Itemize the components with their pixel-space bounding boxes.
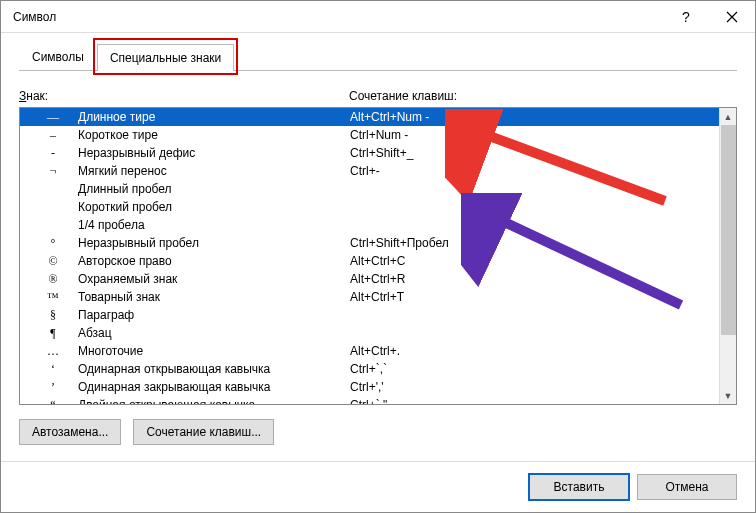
scroll-down-button[interactable]: ▼ <box>720 387 736 404</box>
symbol-glyph: ™ <box>28 288 78 306</box>
titlebar: Символ ? <box>1 1 755 33</box>
symbol-name: Двойная открывающая кавычка <box>78 396 350 404</box>
list-item[interactable]: 1/4 пробела <box>20 216 719 234</box>
symbol-glyph: ¬ <box>28 162 78 180</box>
list-item[interactable]: ™Товарный знакAlt+Ctrl+T <box>20 288 719 306</box>
symbol-glyph: © <box>28 252 78 270</box>
list-item[interactable]: -Неразрывный дефисCtrl+Shift+_ <box>20 144 719 162</box>
autocorrect-button[interactable]: Автозамена... <box>19 419 121 445</box>
symbol-shortcut: Ctrl+`," <box>350 396 387 404</box>
symbol-name: Одинарная открывающая кавычка <box>78 360 350 378</box>
list-item[interactable]: §Параграф <box>20 306 719 324</box>
symbol-shortcut: Ctrl+Num - <box>350 126 408 144</box>
help-button[interactable]: ? <box>663 1 709 33</box>
list-item[interactable]: ¶Абзац <box>20 324 719 342</box>
symbol-name: Параграф <box>78 306 350 324</box>
dialog-footer: Вставить Отмена <box>1 461 755 512</box>
tabstrip: Символы Специальные знаки <box>19 43 737 71</box>
symbol-name: Товарный знак <box>78 288 350 306</box>
scrollbar[interactable]: ▲ ▼ <box>719 108 736 404</box>
dialog-body: Символы Специальные знаки Знак: Сочетани… <box>1 33 755 461</box>
symbol-dialog: Символ ? Символы Специальные знаки Знак:… <box>0 0 756 513</box>
symbol-name: Абзац <box>78 324 350 342</box>
character-list: —Длинное тиреAlt+Ctrl+Num -–Короткое тир… <box>19 107 737 405</box>
symbol-shortcut: Ctrl+Shift+Пробел <box>350 234 449 252</box>
symbol-glyph: … <box>28 342 78 360</box>
symbol-shortcut: Alt+Ctrl+T <box>350 288 404 306</box>
symbol-name: Неразрывный пробел <box>78 234 350 252</box>
symbol-name: Длинное тире <box>78 108 350 126</box>
button-row: Автозамена... Сочетание клавиш... <box>19 419 737 445</box>
tab-symbols-label: Символы <box>32 50 84 64</box>
symbol-glyph: ® <box>28 270 78 288</box>
list-item[interactable]: ©Авторское правоAlt+Ctrl+C <box>20 252 719 270</box>
list-item[interactable]: –Короткое тиреCtrl+Num - <box>20 126 719 144</box>
symbol-shortcut: Ctrl+`,` <box>350 360 387 378</box>
symbol-name: Короткий пробел <box>78 198 350 216</box>
symbol-name: 1/4 пробела <box>78 216 350 234</box>
symbol-glyph: – <box>28 126 78 144</box>
list-viewport[interactable]: —Длинное тиреAlt+Ctrl+Num -–Короткое тир… <box>20 108 719 404</box>
symbol-glyph: ’ <box>28 378 78 396</box>
list-item[interactable]: ®Охраняемый знакAlt+Ctrl+R <box>20 270 719 288</box>
scroll-up-button[interactable]: ▲ <box>720 108 736 125</box>
cancel-button[interactable]: Отмена <box>637 474 737 500</box>
list-item[interactable]: °Неразрывный пробелCtrl+Shift+Пробел <box>20 234 719 252</box>
symbol-name: Мягкий перенос <box>78 162 350 180</box>
symbol-glyph: ¶ <box>28 324 78 342</box>
symbol-shortcut: Alt+Ctrl+C <box>350 252 405 270</box>
list-item[interactable]: ¬Мягкий переносCtrl+- <box>20 162 719 180</box>
symbol-name: Охраняемый знак <box>78 270 350 288</box>
list-item[interactable]: “Двойная открывающая кавычкаCtrl+`," <box>20 396 719 404</box>
tab-special-characters[interactable]: Специальные знаки <box>97 44 234 71</box>
symbol-shortcut: Alt+Ctrl+R <box>350 270 405 288</box>
symbol-glyph: ‘ <box>28 360 78 378</box>
symbol-name: Неразрывный дефис <box>78 144 350 162</box>
symbol-shortcut: Alt+Ctrl+Num - <box>350 108 429 126</box>
scroll-thumb[interactable] <box>721 125 736 335</box>
symbol-name: Короткое тире <box>78 126 350 144</box>
tab-symbols[interactable]: Символы <box>19 43 97 70</box>
list-item[interactable]: ‘Одинарная открывающая кавычкаCtrl+`,` <box>20 360 719 378</box>
list-item[interactable]: —Длинное тиреAlt+Ctrl+Num - <box>20 108 719 126</box>
list-item[interactable]: …МноготочиеAlt+Ctrl+. <box>20 342 719 360</box>
symbol-name: Длинный пробел <box>78 180 350 198</box>
shortcut-key-button[interactable]: Сочетание клавиш... <box>133 419 274 445</box>
list-item[interactable]: ’Одинарная закрывающая кавычкаCtrl+',' <box>20 378 719 396</box>
symbol-shortcut: Alt+Ctrl+. <box>350 342 400 360</box>
symbol-name: Одинарная закрывающая кавычка <box>78 378 350 396</box>
symbol-glyph: ° <box>28 234 78 252</box>
list-item[interactable]: Длинный пробел <box>20 180 719 198</box>
symbol-glyph: - <box>28 144 78 162</box>
list-item[interactable]: Короткий пробел <box>20 198 719 216</box>
header-shortcut: Сочетание клавиш: <box>349 89 457 103</box>
window-title: Символ <box>13 10 663 24</box>
symbol-shortcut: Ctrl+- <box>350 162 380 180</box>
insert-button[interactable]: Вставить <box>529 474 629 500</box>
symbol-name: Авторское право <box>78 252 350 270</box>
symbol-shortcut: Ctrl+Shift+_ <box>350 144 413 162</box>
symbol-name: Многоточие <box>78 342 350 360</box>
header-character: Знак: <box>19 89 349 103</box>
symbol-glyph: — <box>28 108 78 126</box>
symbol-glyph: “ <box>28 396 78 404</box>
symbol-shortcut: Ctrl+',' <box>350 378 384 396</box>
close-button[interactable] <box>709 1 755 33</box>
tab-special-label: Специальные знаки <box>110 51 221 65</box>
column-headers: Знак: Сочетание клавиш: <box>19 89 737 103</box>
symbol-glyph: § <box>28 306 78 324</box>
